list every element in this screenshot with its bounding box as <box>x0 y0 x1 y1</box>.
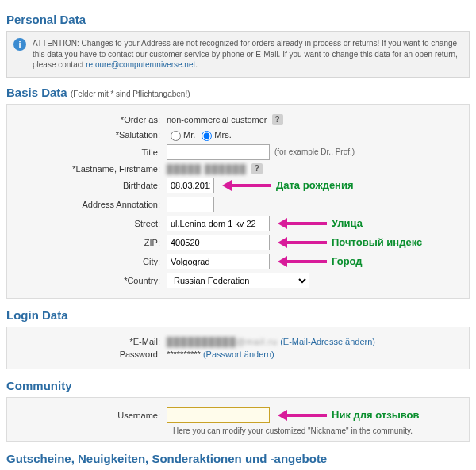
zip-label: ZIP: <box>12 238 167 247</box>
street-annotation: Улица <box>332 217 363 229</box>
email-value: ██████████@mail.ru <box>167 337 278 346</box>
username-label: Username: <box>12 411 167 420</box>
basis-data-heading: Basis Data (Felder mit * sind Pflichtang… <box>6 86 470 99</box>
annotation-arrow <box>222 180 271 191</box>
email-label: *E-Mail: <box>12 337 167 346</box>
street-input[interactable] <box>167 216 270 231</box>
zip-input[interactable] <box>167 235 270 250</box>
title-input[interactable] <box>167 144 270 160</box>
addr-annot-label: Address Annotation: <box>12 200 167 209</box>
country-select[interactable]: Russian Federation <box>167 273 309 288</box>
info-icon: i <box>13 38 26 51</box>
login-data-panel: *E-Mail: ██████████@mail.ru (E-Mail-Adre… <box>6 327 470 369</box>
help-icon[interactable]: ? <box>272 114 283 125</box>
salutation-mrs-label: Mrs. <box>214 130 231 139</box>
attention-email-link[interactable]: retoure@computeruniverse.net <box>86 60 195 69</box>
title-label: Title: <box>12 147 167 157</box>
city-label: City: <box>12 257 167 266</box>
community-panel: Username: Ник для отзывов Here you can m… <box>6 397 470 442</box>
basis-data-panel: *Order as: non-commercial customer ? *Sa… <box>6 104 470 299</box>
name-label: *Lastname, Firstname: <box>12 164 167 174</box>
username-note: Here you can modify your customized "Nic… <box>173 426 464 435</box>
attention-box: i ATTENTION: Changes to your Address are… <box>6 31 470 78</box>
attention-text: ATTENTION: Changes to your Address are n… <box>33 38 463 71</box>
username-annotation: Ник для отзывов <box>332 409 420 421</box>
order-as-value: non-commercial customer <box>167 115 267 124</box>
name-value: █████ ██████ <box>167 164 247 174</box>
birthdate-input[interactable] <box>167 178 214 193</box>
help-icon[interactable]: ? <box>251 163 263 174</box>
annotation-arrow <box>278 256 327 267</box>
newsletter-heading: Gutscheine, Neuigkeiten, Sonderaktionen … <box>6 452 470 465</box>
birthdate-annotation: Дата рождения <box>276 179 354 191</box>
salutation-label: *Salutation: <box>12 130 167 139</box>
salutation-mrs-radio[interactable] <box>202 131 212 141</box>
change-password-link[interactable]: (Passwort ändern) <box>203 350 274 359</box>
change-email-link[interactable]: (E-Mail-Adresse ändern) <box>280 337 375 346</box>
basis-title: Basis Data <box>6 86 67 99</box>
personal-data-heading: Personal Data <box>6 13 470 26</box>
login-data-heading: Login Data <box>6 308 470 322</box>
annotation-arrow <box>278 410 327 421</box>
country-label: *Country: <box>12 276 167 285</box>
street-label: Street: <box>12 219 167 228</box>
salutation-mr-label: Mr. <box>183 130 195 139</box>
city-annotation: Город <box>332 255 363 267</box>
title-hint: (for example Dr., Prof.) <box>274 147 355 156</box>
addr-annot-input[interactable] <box>167 197 214 212</box>
basis-subtitle: (Felder mit * sind Pflichtangaben!) <box>71 90 190 98</box>
order-as-label: *Order as: <box>12 115 167 124</box>
salutation-mr-radio[interactable] <box>171 131 181 141</box>
city-input[interactable] <box>167 254 270 269</box>
annotation-arrow <box>278 237 327 248</box>
zip-annotation: Почтовый индекс <box>332 236 422 248</box>
annotation-arrow <box>278 218 327 229</box>
birthdate-label: Birthdate: <box>12 181 167 190</box>
password-value: ********** <box>167 350 201 359</box>
password-label: Password: <box>12 350 167 359</box>
community-heading: Community <box>6 379 470 392</box>
username-input[interactable] <box>167 407 270 423</box>
